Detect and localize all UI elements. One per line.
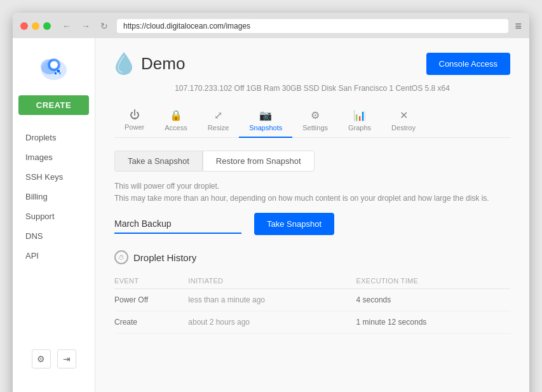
logout-icon-button[interactable]: ⇥ xyxy=(57,349,76,368)
sidebar-bottom: ⚙ ⇥ xyxy=(19,337,89,381)
snapshot-info-2: This may take more than an hour, dependi… xyxy=(114,194,510,203)
svg-rect-4 xyxy=(57,70,60,72)
row-1-event: Create xyxy=(114,311,188,334)
tab-destroy[interactable]: ✕ Destroy xyxy=(381,104,426,138)
tab-power-label: Power xyxy=(125,123,144,131)
snapshot-name-input[interactable] xyxy=(114,215,241,234)
camera-icon: 📷 xyxy=(259,109,272,121)
tab-resize[interactable]: ⤢ Resize xyxy=(198,104,240,138)
settings-icon-button[interactable]: ⚙ xyxy=(32,349,51,368)
resize-icon: ⤢ xyxy=(214,109,222,121)
settings-icon: ⚙ xyxy=(311,109,320,121)
tab-access-label: Access xyxy=(165,124,187,132)
refresh-button[interactable]: ↻ xyxy=(98,20,111,32)
row-0-execution: 4 seconds xyxy=(356,289,510,311)
droplet-name: Demo xyxy=(141,54,185,74)
tab-resize-label: Resize xyxy=(208,124,229,132)
row-0-event: Power Off xyxy=(114,289,188,311)
sidebar: CREATE Droplets Images SSH Keys Billing … xyxy=(13,38,95,392)
take-snapshot-tab[interactable]: Take a Snapshot xyxy=(114,151,203,172)
row-0-initiated: less than a minute ago xyxy=(188,289,356,311)
row-1-initiated: about 2 hours ago xyxy=(188,311,356,334)
tab-settings[interactable]: ⚙ Settings xyxy=(292,104,338,138)
tab-graphs-label: Graphs xyxy=(348,124,371,132)
browser-nav: ← → ↻ xyxy=(60,20,111,32)
tab-snapshots[interactable]: 📷 Snapshots xyxy=(239,104,292,138)
sidebar-item-dns[interactable]: DNS xyxy=(13,226,95,246)
logo-icon xyxy=(32,51,76,83)
droplet-header: Demo Console Access xyxy=(114,51,510,76)
svg-rect-6 xyxy=(59,72,61,74)
back-button[interactable]: ← xyxy=(60,20,74,32)
svg-rect-5 xyxy=(55,72,57,74)
sidebar-item-api[interactable]: API xyxy=(13,246,95,266)
sidebar-item-support[interactable]: Support xyxy=(13,206,95,226)
history-section: ⏱ Droplet History Event Initiated Execut… xyxy=(114,250,510,334)
browser-chrome: ← → ↻ ≡ xyxy=(13,13,529,38)
table-row: Create about 2 hours ago 1 minute 12 sec… xyxy=(114,311,510,334)
browser-menu-button[interactable]: ≡ xyxy=(515,20,522,33)
create-button[interactable]: CREATE xyxy=(18,95,89,115)
history-title-text: Droplet History xyxy=(133,252,196,263)
snapshot-info-1: This will power off your droplet. xyxy=(114,182,510,191)
lock-icon: 🔒 xyxy=(170,109,182,121)
take-snapshot-button[interactable]: Take Snapshot xyxy=(254,213,334,235)
tab-snapshots-label: Snapshots xyxy=(249,124,282,132)
snapshot-form: Take Snapshot xyxy=(114,213,510,235)
svg-point-3 xyxy=(50,61,58,69)
tabs-bar: ⏻ Power 🔒 Access ⤢ Resize 📷 Snapshots ⚙ xyxy=(114,104,510,138)
sidebar-item-ssh-keys[interactable]: SSH Keys xyxy=(13,167,95,187)
tab-access[interactable]: 🔒 Access xyxy=(154,104,197,138)
tab-settings-label: Settings xyxy=(302,124,328,132)
col-event: Event xyxy=(114,273,188,289)
snapshot-subtabs: Take a Snapshot Restore from Snapshot xyxy=(114,151,510,172)
row-1-execution: 1 minute 12 seconds xyxy=(356,311,510,334)
logo-area xyxy=(25,51,83,83)
col-initiated: Initiated xyxy=(188,273,356,289)
traffic-lights xyxy=(20,22,51,30)
droplet-meta: 107.170.233.102 Off 1GB Ram 30GB SSD Dis… xyxy=(114,84,510,93)
table-row: Power Off less than a minute ago 4 secon… xyxy=(114,289,510,311)
tab-power[interactable]: ⏻ Power xyxy=(114,104,154,138)
url-bar[interactable] xyxy=(117,19,508,33)
close-button[interactable] xyxy=(20,22,28,30)
destroy-icon: ✕ xyxy=(400,109,408,121)
history-table: Event Initiated Execution Time Power Off… xyxy=(114,273,510,334)
history-title: ⏱ Droplet History xyxy=(114,250,510,264)
tab-graphs[interactable]: 📊 Graphs xyxy=(338,104,381,138)
forward-button[interactable]: → xyxy=(79,20,93,32)
graphs-icon: 📊 xyxy=(353,109,366,121)
minimize-button[interactable] xyxy=(32,22,39,30)
tab-destroy-label: Destroy xyxy=(391,124,416,132)
maximize-button[interactable] xyxy=(43,22,51,30)
restore-snapshot-tab[interactable]: Restore from Snapshot xyxy=(203,151,315,172)
main-content: Demo Console Access 107.170.233.102 Off … xyxy=(95,38,529,392)
power-icon: ⏻ xyxy=(130,109,140,121)
droplet-icon xyxy=(114,51,133,76)
sidebar-item-droplets[interactable]: Droplets xyxy=(13,128,95,147)
sidebar-nav: Droplets Images SSH Keys Billing Support… xyxy=(13,128,95,266)
console-access-button[interactable]: Console Access xyxy=(426,53,511,75)
droplet-title: Demo xyxy=(114,51,185,76)
sidebar-item-images[interactable]: Images xyxy=(13,147,95,167)
page-content: CREATE Droplets Images SSH Keys Billing … xyxy=(13,38,529,392)
history-icon: ⏱ xyxy=(114,250,128,264)
browser-window: ← → ↻ ≡ CREATE xyxy=(13,13,529,392)
col-execution: Execution Time xyxy=(356,273,510,289)
sidebar-item-billing[interactable]: Billing xyxy=(13,187,95,206)
